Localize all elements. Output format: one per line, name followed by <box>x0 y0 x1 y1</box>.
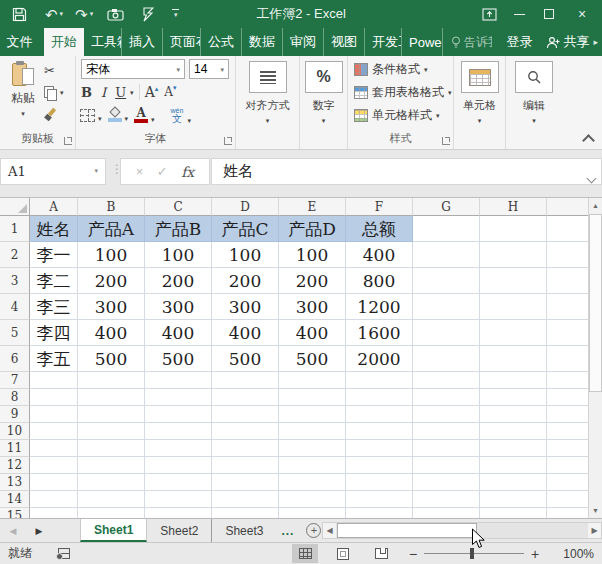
styles-dialog-launcher-icon[interactable] <box>442 137 450 145</box>
flash-screenshot-icon[interactable] <box>142 7 154 22</box>
row-header-10[interactable]: 10 <box>0 423 30 440</box>
phonetic-guide-button[interactable]: wén文▾ <box>171 107 191 124</box>
cell-E11[interactable] <box>279 440 346 457</box>
cell-C1[interactable]: 产品B <box>145 216 212 242</box>
cell-partial-11[interactable] <box>547 440 588 457</box>
add-sheet-icon[interactable]: + <box>306 523 321 538</box>
save-icon[interactable] <box>12 7 27 22</box>
font-color-button[interactable]: A▾ <box>134 107 155 123</box>
cut-button[interactable]: ✂ <box>44 62 64 78</box>
cell-partial-13[interactable] <box>547 474 588 491</box>
cell-H9[interactable] <box>480 406 547 423</box>
cell-D13[interactable] <box>212 474 279 491</box>
name-box[interactable]: A1 ▾ <box>0 158 106 185</box>
ribbon-tab-home[interactable]: 开始 <box>44 28 84 56</box>
cell-E1[interactable]: 产品D <box>279 216 346 242</box>
cell-F1[interactable]: 总额 <box>346 216 413 242</box>
zoom-level[interactable]: 100% <box>552 547 594 561</box>
cell-C2[interactable]: 100 <box>145 242 212 268</box>
expand-formula-bar-icon[interactable] <box>587 174 597 184</box>
cell-partial-5[interactable] <box>547 320 588 346</box>
cell-B11[interactable] <box>78 440 145 457</box>
cell-F7[interactable] <box>346 372 413 389</box>
cell-partial-7[interactable] <box>547 372 588 389</box>
zoom-in-button[interactable]: + <box>528 546 542 562</box>
cell-B1[interactable]: 产品A <box>78 216 145 242</box>
cell-D6[interactable]: 500 <box>212 346 279 372</box>
cell-C7[interactable] <box>145 372 212 389</box>
ribbon-tab-powerpivot[interactable]: PowerPivot <box>401 28 443 56</box>
cell-A15[interactable] <box>30 508 78 518</box>
cell-E14[interactable] <box>279 491 346 508</box>
cell-C11[interactable] <box>145 440 212 457</box>
undo-button[interactable]: ↶ ▾ <box>45 7 63 22</box>
cell-B10[interactable] <box>78 423 145 440</box>
cell-D15[interactable] <box>212 508 279 518</box>
cell-E8[interactable] <box>279 389 346 406</box>
font-size-select[interactable]: 14 ▾ <box>189 59 229 79</box>
row-header-15[interactable]: 15 <box>0 508 30 518</box>
cell-A2[interactable]: 李一 <box>30 242 78 268</box>
column-header-E[interactable]: E <box>279 198 346 216</box>
ribbon-tab-page-layout[interactable]: 页面布局 <box>162 28 200 56</box>
cell-E2[interactable]: 100 <box>279 242 346 268</box>
sheet-nav-left-icon[interactable]: ◀ <box>0 519 26 542</box>
maximize-button[interactable] <box>534 0 564 28</box>
cell-D8[interactable] <box>212 389 279 406</box>
cell-C15[interactable] <box>145 508 212 518</box>
cell-F10[interactable] <box>346 423 413 440</box>
cell-partial-1[interactable] <box>547 216 588 242</box>
cell-D2[interactable]: 100 <box>212 242 279 268</box>
cell-D7[interactable] <box>212 372 279 389</box>
horizontal-scrollbar-thumb[interactable] <box>337 523 477 538</box>
font-dialog-launcher-icon[interactable] <box>224 137 232 145</box>
cell-G3[interactable] <box>413 268 480 294</box>
cell-C8[interactable] <box>145 389 212 406</box>
horizontal-scrollbar[interactable]: ◀ ▶ <box>322 522 602 539</box>
cell-B9[interactable] <box>78 406 145 423</box>
cell-C3[interactable]: 200 <box>145 268 212 294</box>
cell-F14[interactable] <box>346 491 413 508</box>
cell-B5[interactable]: 400 <box>78 320 145 346</box>
cell-E9[interactable] <box>279 406 346 423</box>
row-header-8[interactable]: 8 <box>0 389 30 406</box>
ribbon-tab-view[interactable]: 视图 <box>323 28 364 56</box>
cell-C12[interactable] <box>145 457 212 474</box>
tab-file[interactable]: 文件 <box>2 28 37 56</box>
name-box-dropdown-icon[interactable]: ▾ <box>94 168 98 175</box>
normal-view-button[interactable] <box>292 544 318 563</box>
cell-partial-2[interactable] <box>547 242 588 268</box>
cell-H11[interactable] <box>480 440 547 457</box>
cell-H10[interactable] <box>480 423 547 440</box>
cell-C14[interactable] <box>145 491 212 508</box>
column-header-B[interactable]: B <box>78 198 145 216</box>
ribbon-display-options-icon[interactable] <box>474 0 504 28</box>
cell-H8[interactable] <box>480 389 547 406</box>
cell-H7[interactable] <box>480 372 547 389</box>
cell-G12[interactable] <box>413 457 480 474</box>
cell-A8[interactable] <box>30 389 78 406</box>
cell-D11[interactable] <box>212 440 279 457</box>
cell-B3[interactable]: 200 <box>78 268 145 294</box>
sheet-nav-right-icon[interactable]: ▶ <box>26 519 52 542</box>
zoom-slider-thumb[interactable] <box>470 548 474 559</box>
tell-me-box[interactable]: 告诉我... <box>451 28 492 56</box>
row-header-2[interactable]: 2 <box>0 242 30 268</box>
cell-A13[interactable] <box>30 474 78 491</box>
camera-icon[interactable] <box>107 8 124 21</box>
cell-partial-4[interactable] <box>547 294 588 320</box>
row-header-5[interactable]: 5 <box>0 320 30 346</box>
cell-partial-9[interactable] <box>547 406 588 423</box>
format-as-table-button[interactable]: 套用表格格式▾ <box>354 84 452 100</box>
tab-scroll-right-icon[interactable]: ▸ <box>589 28 602 56</box>
formula-input[interactable]: 姓名 <box>211 158 602 185</box>
undo-dropdown-icon[interactable]: ▾ <box>60 10 64 18</box>
cancel-entry-icon[interactable]: × <box>136 164 144 179</box>
bold-button[interactable]: B <box>81 85 92 100</box>
scroll-left-icon[interactable]: ◀ <box>323 523 336 538</box>
sign-in-button[interactable]: 登录 <box>506 28 532 56</box>
cell-partial-6[interactable] <box>547 346 588 372</box>
cell-F5[interactable]: 1600 <box>346 320 413 346</box>
confirm-entry-icon[interactable]: ✓ <box>157 164 168 179</box>
cell-F11[interactable] <box>346 440 413 457</box>
